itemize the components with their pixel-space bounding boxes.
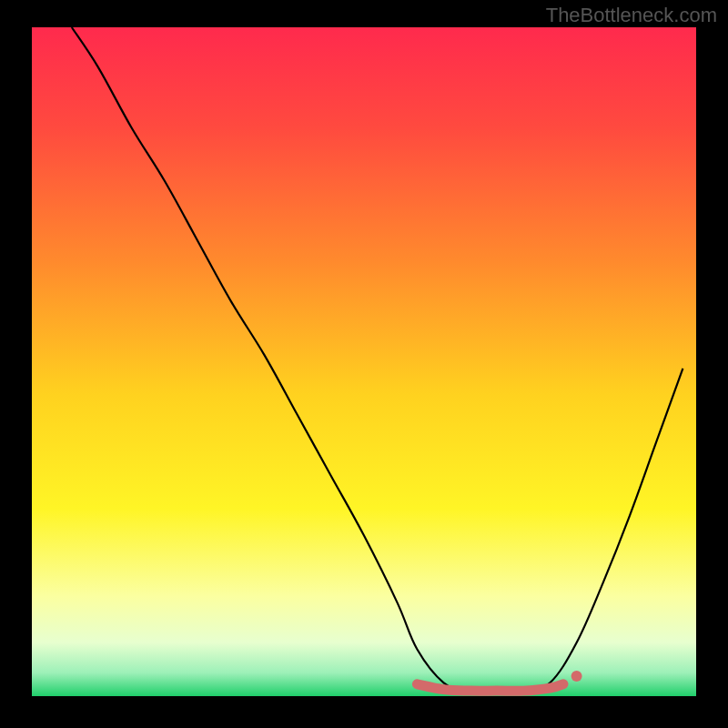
bottleneck-chart xyxy=(0,0,728,728)
chart-svg xyxy=(0,0,728,728)
watermark-text: TheBottleneck.com xyxy=(546,4,717,27)
highlight-dot xyxy=(571,671,582,682)
